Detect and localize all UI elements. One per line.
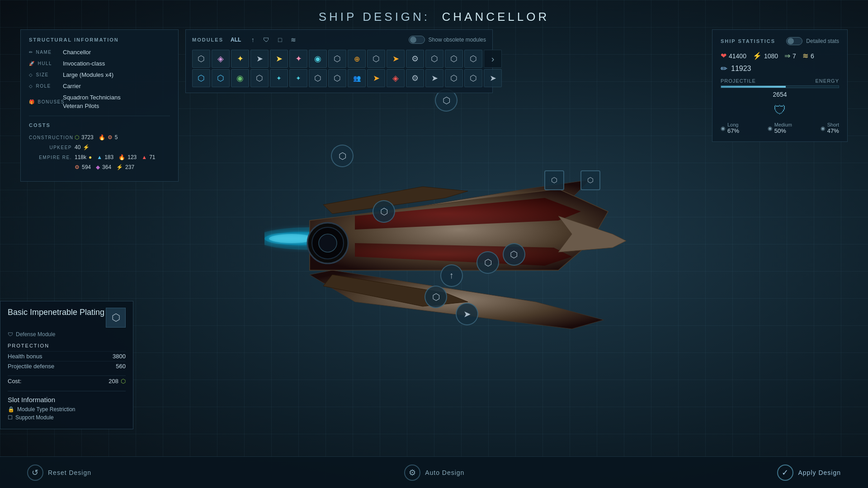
firepower-value: 11923 (731, 65, 751, 73)
module-slot-4[interactable]: ➤ (270, 50, 288, 68)
range-short-val: 47% (827, 127, 839, 134)
module-slot-10[interactable]: ➤ (387, 50, 405, 68)
module-slot-8[interactable]: ⊕ (348, 50, 366, 68)
ship-module-1[interactable]: ⬡ (331, 145, 354, 167)
range-medium-label: Medium (774, 122, 792, 127)
module-7-icon: ⬡ (510, 249, 518, 260)
protection-title: PROTECTION (8, 343, 126, 348)
weapon-bar-fill (721, 86, 786, 88)
mineral-icon: ⬡ (75, 134, 79, 141)
range-long-val: 67% (727, 127, 739, 134)
firepower-row: ✏ 11923 (721, 64, 839, 74)
filter-weapon-icon[interactable]: ↑ (248, 35, 257, 44)
module-slot-12[interactable]: ⬡ (425, 50, 443, 68)
empire-re-value: 118k ● ▲ 183 🔥 123 ▲ 71 (75, 154, 155, 160)
module-slot-28[interactable]: ➤ (425, 69, 443, 87)
size-value: Large (Modules x4) (63, 71, 113, 78)
armor-stat: ⚡ 1080 (753, 52, 778, 60)
ship-silhouette (264, 130, 626, 356)
empire-re-row2: ⚙ 594 ◆ 364 ⚡ 237 (29, 164, 170, 170)
module-slot-23[interactable]: ⬡ (328, 69, 346, 87)
page-title: SHIP DESIGN: CHANCELLOR (319, 10, 550, 24)
detailed-stats-toggle[interactable]: Detailed stats (786, 37, 839, 45)
module-slot-2[interactable]: ✦ (231, 50, 249, 68)
module-slot-21[interactable]: ✦ (289, 69, 307, 87)
tooltip-module-icon: ⬡ (106, 308, 126, 328)
filter-icons: ↑ 🛡 □ ≋ (248, 35, 298, 44)
module-slot-27[interactable]: ⚙ (406, 69, 424, 87)
range-medium-val: 50% (774, 127, 792, 134)
range-short-label: Short (827, 122, 839, 127)
module-slot-0[interactable]: ⬡ (192, 50, 210, 68)
module-slot-11[interactable]: ⚙ (406, 50, 424, 68)
filter-all-button[interactable]: ALL (231, 37, 241, 43)
speed-stat: ≋ 6 (802, 52, 814, 60)
module-slot-6[interactable]: ◉ (309, 50, 327, 68)
obsolete-toggle[interactable] (409, 36, 425, 44)
upkeep-energy-icon: ⚡ (83, 144, 90, 150)
module-slot-26[interactable]: ◈ (387, 69, 405, 87)
module-slot-19[interactable]: ⬡ (250, 69, 269, 87)
ship-module-10[interactable]: ⬡ (580, 170, 600, 190)
module-grid: ⬡ ◈ ✦ ➤ ➤ ✦ ◉ ⬡ ⊕ ⬡ ➤ ⚙ ⬡ ⬡ ⬡ › ⬡ ⬡ ◉ ⬡ … (192, 50, 486, 87)
construction-label: CONSTRUCTION (29, 135, 72, 140)
shield-type-icon: 🛡 (8, 331, 13, 338)
auto-icon: ⚙ (404, 465, 420, 481)
module-slot-3[interactable]: ➤ (250, 50, 269, 68)
modules-panel: MODULES ALL ↑ 🛡 □ ≋ Show obsolete module… (185, 29, 493, 93)
ship-module-7[interactable]: ⬡ (503, 243, 525, 266)
auto-label: Auto Design (425, 469, 464, 476)
ship-module-8[interactable]: ↑ (440, 264, 463, 287)
apply-label: Apply Design (798, 469, 841, 476)
filter-defense-icon[interactable]: 🛡 (262, 35, 271, 44)
ship-module-3[interactable]: ⬡ (373, 200, 395, 223)
apply-design-button[interactable]: ✓ Apply Design (777, 465, 841, 481)
modules-title: MODULES (192, 37, 223, 42)
evasion-icon: ⇒ (784, 52, 790, 60)
main-stats-row: ❤ 41400 ⚡ 1080 ⇒ 7 ≋ 6 (721, 52, 839, 60)
bonus-2-value: Veteran Pilots (63, 103, 121, 109)
cost-currency-icon: ⬡ (121, 378, 126, 385)
empire-val3: 237 (125, 164, 134, 170)
filter-special-icon[interactable]: ≋ (289, 35, 298, 44)
module-slot-5[interactable]: ✦ (289, 50, 307, 68)
module-slot-17[interactable]: ⬡ (212, 69, 230, 87)
unity-icon: ▲ (97, 154, 102, 160)
slot-restriction-label: Module Type Restriction (17, 406, 75, 413)
filter-utility-icon[interactable]: □ (275, 35, 284, 44)
ship-module-5[interactable]: ⬡ (425, 286, 447, 308)
range-short-icon: ◉ (821, 125, 825, 131)
ship-module-9[interactable]: ⬡ (544, 170, 564, 190)
evasion-value: 7 (793, 52, 796, 60)
module-slot-29[interactable]: ⬡ (445, 69, 463, 87)
module-slot-1[interactable]: ◈ (212, 50, 230, 68)
auto-design-button[interactable]: ⚙ Auto Design (404, 465, 464, 481)
module-slot-20[interactable]: ✦ (270, 69, 288, 87)
bonuses-icon: 🎁 (29, 99, 35, 104)
reset-label: Reset Design (48, 469, 91, 476)
module-slot-7[interactable]: ⬡ (328, 50, 346, 68)
range-long: ◉ Long 67% (721, 122, 739, 134)
range-short: ◉ Short 47% (821, 122, 839, 134)
stats-header: SHIP STATISTICS Detailed stats (721, 37, 839, 45)
module-slot-30[interactable]: ⬡ (464, 69, 482, 87)
speed-icon: ≋ (802, 52, 808, 60)
module-slot-9[interactable]: ⬡ (367, 50, 385, 68)
module-slot-18[interactable]: ◉ (231, 69, 249, 87)
module-slot-24[interactable]: 👥 (348, 69, 366, 87)
module-slot-22[interactable]: ⬡ (309, 69, 327, 87)
module-slot-16[interactable]: ⬡ (192, 69, 210, 87)
detailed-stats-toggle-switch[interactable] (786, 37, 802, 45)
module-slot-13[interactable]: ⬡ (445, 50, 463, 68)
module-slot-31[interactable]: ➤ (484, 69, 502, 87)
cost-row-tooltip: Cost: 208 ⬡ (8, 375, 126, 386)
reset-design-button[interactable]: ↺ Reset Design (27, 465, 91, 481)
empire-alloys: 594 (82, 164, 91, 170)
module-slot-25[interactable]: ➤ (367, 69, 385, 87)
protection-section: PROTECTION Health bonus 3800 Projectile … (8, 343, 126, 371)
projectile-defense-val: 560 (116, 363, 126, 370)
module-slot-14[interactable]: ⬡ (464, 50, 482, 68)
module-scroll-right[interactable]: › (484, 50, 502, 68)
ship-module-6[interactable]: ➤ (456, 303, 478, 325)
reset-icon: ↺ (27, 465, 43, 481)
